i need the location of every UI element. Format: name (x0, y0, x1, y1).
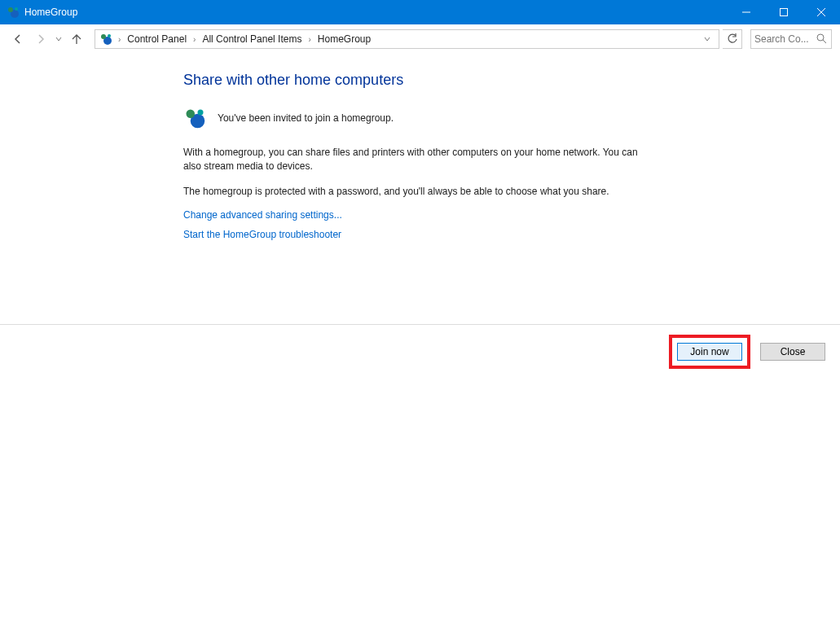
breadcrumb-item[interactable]: HomeGroup (316, 33, 372, 45)
invite-text: You've been invited to join a homegroup. (218, 112, 394, 125)
homegroup-icon (183, 107, 206, 129)
back-button[interactable] (8, 29, 28, 49)
chevron-right-icon[interactable]: › (306, 35, 312, 44)
svg-rect-4 (781, 9, 788, 16)
search-placeholder: Search Co... (754, 33, 816, 45)
description-1: With a homegroup, you can share files an… (183, 146, 640, 173)
up-button[interactable] (67, 29, 86, 49)
invite-row: You've been invited to join a homegroup. (183, 107, 656, 129)
window-title: HomeGroup (24, 7, 77, 18)
address-history-dropdown[interactable] (699, 36, 715, 42)
description-2: The homegroup is protected with a passwo… (183, 185, 640, 199)
page-heading: Share with other home computers (183, 72, 656, 89)
svg-point-8 (101, 34, 106, 39)
join-now-button[interactable]: Join now (677, 343, 742, 361)
refresh-button[interactable] (723, 29, 742, 49)
annotation-highlight: Join now (669, 335, 750, 369)
search-icon (816, 33, 828, 45)
close-button[interactable] (803, 0, 840, 24)
svg-point-1 (8, 7, 13, 12)
maximize-button[interactable] (765, 0, 803, 24)
svg-point-2 (15, 7, 18, 11)
title-bar: HomeGroup (0, 0, 840, 24)
forward-button[interactable] (31, 29, 51, 49)
breadcrumb-item[interactable]: Control Panel (125, 33, 188, 45)
minimize-button[interactable] (728, 0, 765, 24)
breadcrumb-item[interactable]: All Control Panel Items (200, 33, 303, 45)
recent-locations-dropdown[interactable] (54, 36, 64, 42)
svg-point-14 (198, 110, 204, 116)
footer-bar: Join now Close (0, 324, 840, 377)
svg-point-10 (817, 34, 824, 41)
chevron-right-icon[interactable]: › (191, 35, 197, 44)
troubleshooter-link[interactable]: Start the HomeGroup troubleshooter (183, 229, 341, 240)
svg-point-13 (187, 110, 196, 119)
search-input[interactable]: Search Co... (750, 29, 832, 49)
address-bar[interactable]: › Control Panel › All Control Panel Item… (95, 29, 719, 49)
content-area: Share with other home computers You've b… (0, 54, 840, 618)
svg-line-11 (823, 40, 826, 43)
svg-point-9 (108, 34, 111, 37)
homegroup-icon (99, 32, 113, 46)
homegroup-icon (7, 6, 20, 19)
nav-toolbar: › Control Panel › All Control Panel Item… (0, 24, 840, 54)
close-page-button[interactable]: Close (760, 343, 825, 361)
chevron-right-icon[interactable]: › (117, 35, 122, 44)
advanced-sharing-link[interactable]: Change advanced sharing settings... (183, 209, 342, 221)
